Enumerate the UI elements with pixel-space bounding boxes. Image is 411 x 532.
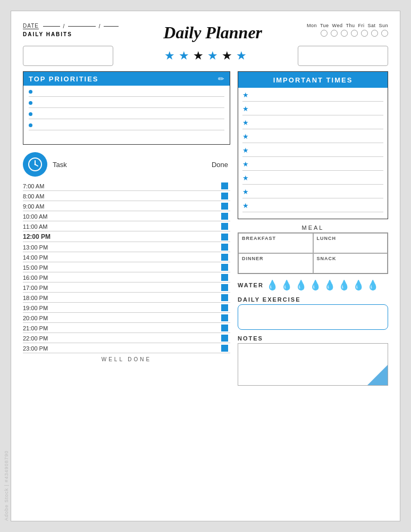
priority-item-3 bbox=[29, 112, 224, 119]
checkbox-800[interactable] bbox=[221, 193, 228, 200]
it-star: ★ bbox=[242, 160, 249, 168]
header-left: DATE / / DAILY HABITS bbox=[23, 23, 119, 37]
time-800: 8:00 AM bbox=[23, 193, 61, 200]
it-item-3: ★ bbox=[242, 119, 383, 129]
habits-box-left[interactable] bbox=[23, 46, 113, 66]
time-1400: 14:00 PM bbox=[23, 254, 61, 261]
day-circle-sun[interactable] bbox=[381, 30, 388, 37]
meal-cell-lunch[interactable]: LUNCH bbox=[313, 233, 388, 253]
star-2[interactable]: ★ bbox=[179, 49, 189, 63]
lunch-label: LUNCH bbox=[317, 236, 384, 241]
priority-line bbox=[36, 92, 224, 92]
daily-habits-label: DAILY HABITS bbox=[23, 31, 119, 37]
priorities-list bbox=[23, 86, 230, 144]
checkbox-2000[interactable] bbox=[221, 314, 228, 321]
priority-dot bbox=[29, 112, 32, 116]
time-row-1700: 17:00 PM bbox=[23, 282, 230, 293]
days-section: Mon Tue Wed Thu Fri Sat Sun bbox=[307, 23, 388, 37]
checkbox-1800[interactable] bbox=[221, 294, 228, 301]
checkbox-2100[interactable] bbox=[221, 325, 228, 331]
checkbox-2300[interactable] bbox=[221, 345, 228, 352]
checkbox-1200[interactable] bbox=[221, 234, 228, 240]
pencil-icon: ✏ bbox=[218, 74, 224, 83]
it-item-5: ★ bbox=[242, 146, 383, 157]
meal-grid: BREAKFAST LUNCH DINNER SNACK bbox=[238, 232, 388, 274]
schedule-header: Task Done bbox=[23, 150, 230, 179]
checkbox-1500[interactable] bbox=[221, 264, 228, 271]
left-column: TOP PRIORITIES ✏ bbox=[23, 71, 230, 386]
priority-dot bbox=[29, 101, 32, 105]
time-row-1600: 16:00 PM bbox=[23, 272, 230, 282]
time-row-1400: 14:00 PM bbox=[23, 252, 230, 262]
meal-cell-dinner[interactable]: DINNER bbox=[238, 253, 313, 273]
checkbox-2200[interactable] bbox=[221, 335, 228, 342]
top-priorities-title: TOP PRIORITIES bbox=[29, 75, 99, 83]
star-3[interactable]: ★ bbox=[193, 49, 204, 63]
priority-dot bbox=[29, 123, 32, 127]
time-row-2200: 22:00 PM bbox=[23, 333, 230, 343]
star-6[interactable]: ★ bbox=[236, 49, 247, 63]
water-drop-1[interactable]: 💧 bbox=[266, 279, 278, 291]
priority-line bbox=[36, 114, 224, 114]
checkbox-1700[interactable] bbox=[221, 284, 228, 291]
water-drop-8[interactable]: 💧 bbox=[367, 279, 379, 291]
checkbox-1300[interactable] bbox=[221, 244, 228, 251]
date-slot3 bbox=[104, 26, 119, 27]
day-circle-mon[interactable] bbox=[321, 30, 328, 37]
star-1[interactable]: ★ bbox=[164, 49, 175, 63]
checkbox-900[interactable] bbox=[221, 203, 228, 210]
time-rows: 7:00 AM 8:00 AM 9:00 AM 10:00 AM bbox=[23, 181, 230, 353]
checkbox-1900[interactable] bbox=[221, 304, 228, 311]
checkbox-1000[interactable] bbox=[221, 213, 228, 220]
clock-icon-wrap bbox=[23, 152, 47, 177]
time-row-2100: 21:00 PM bbox=[23, 323, 230, 333]
water-drop-6[interactable]: 💧 bbox=[338, 279, 350, 291]
time-1600: 16:00 PM bbox=[23, 275, 61, 281]
it-star: ★ bbox=[242, 188, 249, 196]
water-drop-4[interactable]: 💧 bbox=[309, 279, 321, 291]
time-1800: 18:00 PM bbox=[23, 295, 61, 301]
time-900: 9:00 AM bbox=[23, 203, 61, 210]
time-1000: 10:00 AM bbox=[23, 213, 61, 220]
time-1500: 15:00 PM bbox=[23, 264, 61, 271]
daily-planner-page: Adobe Stock | #434908790 DATE / / DAILY … bbox=[11, 11, 400, 521]
it-star: ★ bbox=[242, 91, 249, 99]
notes-corner-fold bbox=[367, 365, 388, 385]
exercise-box[interactable] bbox=[238, 304, 388, 330]
time-row-1900: 19:00 PM bbox=[23, 303, 230, 313]
header: DATE / / DAILY HABITS Daily Planner Mon … bbox=[23, 23, 388, 43]
time-row-2300: 23:00 PM bbox=[23, 343, 230, 353]
day-circle-wed[interactable] bbox=[341, 30, 348, 37]
water-drop-5[interactable]: 💧 bbox=[324, 279, 335, 291]
it-item-9: ★ bbox=[242, 202, 383, 212]
notes-box[interactable] bbox=[238, 343, 388, 386]
water-section: WATER 💧 💧 💧 💧 💧 💧 💧 💧 bbox=[238, 279, 388, 291]
star-4[interactable]: ★ bbox=[207, 49, 218, 63]
checkbox-1600[interactable] bbox=[221, 274, 228, 281]
it-star: ★ bbox=[242, 202, 249, 210]
meal-cell-breakfast[interactable]: BREAKFAST bbox=[238, 233, 313, 253]
time-1300: 13:00 PM bbox=[23, 244, 61, 251]
water-drop-2[interactable]: 💧 bbox=[281, 279, 292, 291]
checkbox-1400[interactable] bbox=[221, 254, 228, 261]
day-circle-tue[interactable] bbox=[331, 30, 338, 37]
priority-dot bbox=[29, 90, 32, 94]
days-labels: Mon Tue Wed Thu Fri Sat Sun bbox=[307, 23, 388, 28]
meal-cell-snack[interactable]: SNACK bbox=[313, 253, 388, 273]
it-item-1: ★ bbox=[242, 91, 383, 102]
star-5[interactable]: ★ bbox=[222, 49, 232, 63]
time-2300: 23:00 PM bbox=[23, 345, 61, 352]
top-priorities-header: TOP PRIORITIES ✏ bbox=[23, 72, 230, 86]
water-drop-3[interactable]: 💧 bbox=[295, 279, 307, 291]
it-item-7: ★ bbox=[242, 174, 383, 185]
right-column: IMPORTANT TIMES ★ ★ ★ bbox=[238, 71, 388, 386]
checkbox-700[interactable] bbox=[221, 182, 228, 189]
day-circle-sat[interactable] bbox=[371, 30, 378, 37]
time-1900: 19:00 PM bbox=[23, 305, 61, 311]
important-times-header: IMPORTANT TIMES bbox=[238, 72, 388, 88]
day-circle-fri[interactable] bbox=[361, 30, 368, 37]
water-drop-7[interactable]: 💧 bbox=[353, 279, 364, 291]
day-circle-thu[interactable] bbox=[351, 30, 358, 37]
checkbox-1100[interactable] bbox=[221, 223, 228, 230]
habits-box-right[interactable] bbox=[298, 46, 388, 66]
